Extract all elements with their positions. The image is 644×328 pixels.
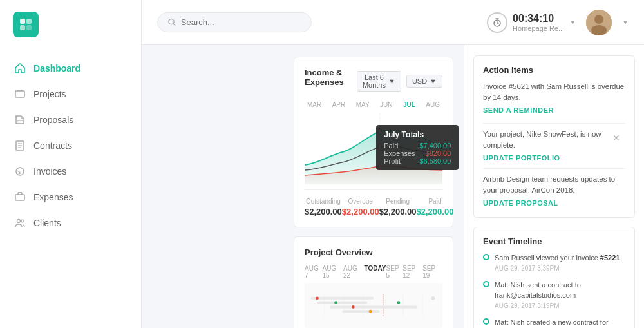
event-dot-1 bbox=[483, 254, 489, 260]
sidebar: Dashboard Projects Proposals bbox=[0, 0, 142, 328]
timer-icon[interactable] bbox=[487, 12, 507, 33]
svg-rect-1 bbox=[26, 19, 32, 24]
stat-overdue: Overdue $2,200.00 bbox=[342, 198, 379, 217]
stat-paid: Paid $2,200.00 bbox=[417, 198, 454, 217]
overdue-value: $2,200.00 bbox=[342, 207, 379, 217]
action-items-title: Action Items bbox=[483, 65, 625, 75]
sidebar-item-clients[interactable]: Clients bbox=[0, 210, 141, 236]
search-box[interactable] bbox=[157, 12, 312, 32]
sidebar-item-invoices[interactable]: $ Invoices bbox=[0, 159, 141, 184]
clients-icon bbox=[14, 217, 26, 229]
avatar[interactable] bbox=[586, 10, 612, 35]
sidebar-item-proposals[interactable]: Proposals bbox=[0, 107, 141, 133]
income-chart bbox=[305, 113, 442, 184]
event-timeline-card: Event Timeline Sam Russell viewed your i… bbox=[473, 227, 635, 328]
update-proposal-link[interactable]: UPDATE PROPOSAL bbox=[483, 198, 625, 209]
project-months: AUG 7 AUG 15 AUG 22 TODAY SEP 5 SEP 12 S… bbox=[305, 265, 442, 279]
stats-row: Outstanding $2,200.00 Overdue $2,200.00 … bbox=[305, 189, 442, 217]
center-panel: Income & Expenses Last 6 Months ▼ USD ▼ … bbox=[283, 45, 464, 328]
action-item-3: Airbnb Design team requests updates to y… bbox=[483, 174, 625, 208]
svg-rect-33 bbox=[317, 302, 367, 304]
chart-area: July Totals Paid $7,400.00 Expenses $820… bbox=[305, 113, 442, 184]
timer-chevron-icon[interactable]: ▼ bbox=[569, 19, 576, 26]
main: Income & Expenses Last 6 Months ▼ USD ▼ … bbox=[283, 45, 644, 328]
svg-point-41 bbox=[397, 301, 400, 304]
svg-rect-35 bbox=[342, 310, 379, 313]
svg-point-40 bbox=[431, 296, 435, 300]
contracts-icon bbox=[14, 140, 26, 151]
logo-icon bbox=[13, 12, 39, 37]
chart-header: Income & Expenses Last 6 Months ▼ USD ▼ bbox=[305, 68, 442, 95]
svg-point-15 bbox=[21, 220, 24, 222]
logo bbox=[0, 0, 141, 49]
topbar-right: 00:34:10 Homepage Re... ▼ ▼ bbox=[487, 10, 629, 35]
event-dot-2 bbox=[483, 281, 489, 287]
chart-filters: Last 6 Months ▼ USD ▼ bbox=[357, 71, 442, 92]
right-panel: Action Items Invoice #5621 with Sam Russ… bbox=[464, 45, 644, 328]
update-portfolio-link[interactable]: UPDATE PORTFOLIO bbox=[483, 153, 625, 164]
currency-filter[interactable]: USD ▼ bbox=[406, 75, 442, 88]
stat-pending: Pending $2,200.00 bbox=[379, 198, 417, 217]
period-filter[interactable]: Last 6 Months ▼ bbox=[357, 71, 401, 92]
topbar: 00:34:10 Homepage Re... ▼ ▼ bbox=[142, 0, 644, 45]
project-timeline bbox=[305, 283, 442, 328]
close-icon[interactable]: ✕ bbox=[612, 133, 620, 143]
svg-line-17 bbox=[173, 24, 175, 26]
project-overview-card: Project Overview AUG 7 AUG 15 AUG 22 TOD… bbox=[294, 236, 453, 328]
svg-rect-2 bbox=[20, 25, 25, 30]
svg-rect-32 bbox=[311, 297, 374, 300]
action-item-1: Invoice #5621 with Sam Russell is overdu… bbox=[483, 81, 625, 115]
sidebar-label-clients: Clients bbox=[33, 218, 61, 228]
svg-point-36 bbox=[316, 296, 319, 300]
sidebar-item-projects[interactable]: Projects bbox=[0, 81, 141, 107]
event-item-3: Matt Nish created a new contract for Cap… bbox=[483, 317, 625, 329]
sidebar-label-contracts: Contracts bbox=[33, 140, 72, 151]
timer-info: 00:34:10 Homepage Re... bbox=[513, 13, 564, 32]
timer-label: Homepage Re... bbox=[513, 24, 564, 32]
project-overview-title: Project Overview bbox=[305, 247, 442, 257]
svg-rect-13 bbox=[15, 195, 24, 200]
sidebar-label-projects: Projects bbox=[33, 89, 66, 99]
income-expenses-card: Income & Expenses Last 6 Months ▼ USD ▼ … bbox=[294, 57, 453, 227]
timeline-svg bbox=[305, 283, 442, 328]
timer-section: 00:34:10 Homepage Re... ▼ bbox=[487, 12, 576, 33]
event-item-2: Matt Nish sent a contract to frank@capit… bbox=[483, 280, 625, 311]
avatar-chevron-icon[interactable]: ▼ bbox=[622, 19, 629, 26]
action-items-card: Action Items Invoice #5621 with Sam Russ… bbox=[473, 55, 635, 218]
sidebar-label-proposals: Proposals bbox=[33, 115, 73, 125]
send-reminder-link[interactable]: SEND A REMINDER bbox=[483, 105, 625, 116]
svg-rect-34 bbox=[330, 305, 417, 308]
svg-rect-0 bbox=[20, 19, 25, 24]
chevron-down-icon: ▼ bbox=[430, 77, 437, 85]
sidebar-item-expenses[interactable]: Expenses bbox=[0, 184, 141, 210]
event-timeline-title: Event Timeline bbox=[483, 236, 625, 246]
sidebar-item-dashboard[interactable]: Dashboard bbox=[0, 55, 141, 81]
svg-rect-3 bbox=[26, 25, 32, 30]
event-item-1: Sam Russell viewed your invoice #5221. A… bbox=[483, 253, 625, 273]
expenses-icon bbox=[14, 191, 26, 203]
stat-outstanding: Outstanding $2,200.00 bbox=[305, 198, 342, 217]
svg-point-39 bbox=[369, 310, 372, 313]
sidebar-label-expenses: Expenses bbox=[33, 192, 73, 202]
outstanding-value: $2,200.00 bbox=[305, 207, 342, 217]
svg-point-20 bbox=[594, 15, 603, 24]
pending-value: $2,200.00 bbox=[379, 207, 417, 217]
svg-rect-4 bbox=[15, 91, 24, 97]
svg-point-21 bbox=[591, 25, 607, 35]
divider bbox=[483, 123, 625, 124]
search-input[interactable] bbox=[181, 17, 301, 27]
svg-point-37 bbox=[334, 301, 337, 304]
svg-point-38 bbox=[352, 305, 355, 309]
search-icon bbox=[168, 18, 176, 26]
chart-months: MAR APR MAY JUN JUL AUG bbox=[305, 101, 442, 108]
event-dot-3 bbox=[483, 318, 489, 325]
svg-point-14 bbox=[17, 220, 21, 223]
sidebar-item-contracts[interactable]: Contracts bbox=[0, 133, 141, 159]
action-item-2: ✕ Your project, Nike SnowFest, is now co… bbox=[483, 129, 625, 163]
sidebar-label-dashboard: Dashboard bbox=[33, 63, 80, 73]
projects-icon bbox=[14, 88, 26, 100]
proposals-icon bbox=[14, 114, 26, 126]
timer-time: 00:34:10 bbox=[513, 13, 564, 24]
paid-value: $2,200.00 bbox=[417, 207, 454, 217]
chevron-down-icon: ▼ bbox=[388, 77, 395, 85]
